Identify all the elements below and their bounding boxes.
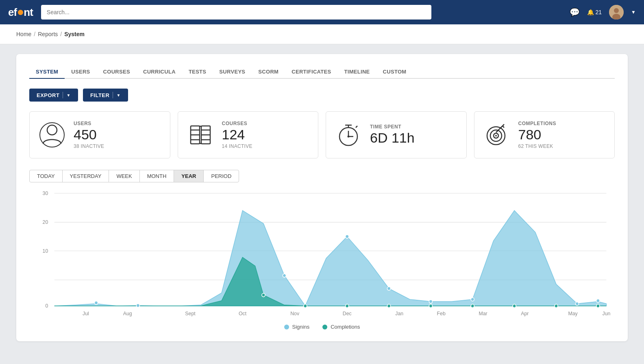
chart-container: 30 20 10 0 bbox=[29, 189, 615, 319]
breadcrumb-current: System bbox=[64, 31, 85, 37]
svg-text:Oct: Oct bbox=[239, 311, 247, 316]
chart-svg: 30 20 10 0 bbox=[29, 189, 615, 319]
stat-info-time: TIME SPENT 6D 11h bbox=[370, 124, 415, 145]
export-button[interactable]: EXPORT ▼ bbox=[29, 89, 78, 102]
svg-text:Dec: Dec bbox=[343, 311, 352, 316]
chart-legend: Signins Completions bbox=[29, 324, 615, 330]
search-input[interactable] bbox=[41, 5, 431, 20]
completions-dot bbox=[387, 304, 390, 308]
tab-scorm[interactable]: SCORM bbox=[252, 65, 285, 79]
breadcrumb-sep-1: / bbox=[34, 31, 35, 37]
report-card: SYSTEMUSERSCOURSESCURRICULATESTSSURVEYSS… bbox=[16, 54, 628, 341]
filter-label: FILTER bbox=[90, 92, 110, 98]
svg-text:Jun: Jun bbox=[602, 311, 610, 316]
notification-count: 21 bbox=[596, 9, 602, 15]
notifications-button[interactable]: 🔔 21 bbox=[587, 9, 602, 15]
tab-timeline[interactable]: TIMELINE bbox=[337, 65, 376, 79]
svg-text:20: 20 bbox=[43, 219, 48, 225]
export-caret[interactable]: ▼ bbox=[66, 93, 70, 98]
legend-label-completions: Completions bbox=[331, 324, 360, 330]
tab-tests[interactable]: TESTS bbox=[182, 65, 213, 79]
stat-label-time: TIME SPENT bbox=[370, 124, 415, 130]
breadcrumb-reports[interactable]: Reports bbox=[38, 31, 58, 37]
stat-card-time: TIME SPENT 6D 11h bbox=[326, 111, 467, 158]
svg-text:Jan: Jan bbox=[395, 311, 403, 316]
svg-text:Mar: Mar bbox=[479, 311, 487, 316]
tab-system[interactable]: SYSTEM bbox=[29, 65, 65, 79]
stat-sub-users: 38 INACTIVE bbox=[74, 143, 104, 149]
avatar[interactable] bbox=[609, 5, 624, 20]
stat-sub-courses: 14 INACTIVE bbox=[222, 143, 252, 149]
legend-item-signins: Signins bbox=[284, 324, 310, 330]
time-filter-week[interactable]: WEEK bbox=[109, 170, 139, 182]
completions-dot bbox=[513, 304, 516, 308]
stat-info-courses: COURSES 124 14 INACTIVE bbox=[222, 121, 252, 149]
breadcrumb-sep-2: / bbox=[60, 31, 62, 37]
svg-point-23 bbox=[495, 135, 497, 136]
time-filter-year[interactable]: YEAR bbox=[174, 170, 204, 182]
tab-surveys[interactable]: SURVEYS bbox=[213, 65, 252, 79]
stat-value-completions: 780 bbox=[518, 127, 557, 142]
toolbar: EXPORT ▼ FILTER ▼ bbox=[29, 89, 615, 102]
completions-dot bbox=[304, 304, 307, 308]
signins-area bbox=[54, 210, 607, 306]
stat-label-completions: COMPLETIONS bbox=[518, 121, 557, 126]
time-filter-period[interactable]: PERIOD bbox=[203, 170, 239, 182]
signins-dot bbox=[346, 235, 349, 238]
signins-dot bbox=[596, 299, 600, 303]
stat-value-time: 6D 11h bbox=[370, 130, 415, 145]
stat-value-courses: 124 bbox=[222, 127, 252, 142]
legend-dot-signins bbox=[284, 325, 289, 329]
svg-point-3 bbox=[47, 125, 57, 135]
svg-text:May: May bbox=[568, 311, 578, 316]
svg-point-16 bbox=[348, 136, 350, 138]
time-filter-month[interactable]: MONTH bbox=[139, 170, 174, 182]
signins-dot bbox=[283, 274, 286, 277]
completions-dot bbox=[471, 304, 474, 308]
tab-users[interactable]: USERS bbox=[65, 65, 96, 79]
legend-label-signins: Signins bbox=[292, 324, 310, 330]
legend-dot-completions bbox=[322, 325, 327, 329]
stat-value-users: 450 bbox=[74, 127, 104, 142]
bell-icon: 🔔 bbox=[587, 9, 594, 15]
logo[interactable]: ef●nt bbox=[8, 6, 33, 19]
avatar-image bbox=[609, 5, 624, 20]
completions-dot bbox=[262, 293, 265, 297]
time-filters: TODAYYESTERDAYWEEKMONTHYEARPERIOD bbox=[29, 170, 615, 182]
stat-card-users: USERS 450 38 INACTIVE bbox=[29, 111, 170, 158]
signins-dot bbox=[136, 304, 139, 308]
filter-caret[interactable]: ▼ bbox=[116, 93, 120, 98]
svg-text:10: 10 bbox=[43, 248, 48, 254]
svg-line-26 bbox=[503, 126, 504, 128]
signins-dot bbox=[575, 302, 579, 306]
completions-dot bbox=[555, 304, 558, 308]
completions-dot bbox=[429, 304, 432, 308]
stat-card-completions: COMPLETIONS 780 62 THIS WEEK bbox=[474, 111, 615, 158]
stat-label-users: USERS bbox=[74, 121, 104, 126]
header-right: 💬 🔔 21 ▼ bbox=[570, 5, 636, 20]
stat-info-users: USERS 450 38 INACTIVE bbox=[74, 121, 104, 149]
tab-certificates[interactable]: CERTIFICATES bbox=[285, 65, 337, 79]
breadcrumb-home[interactable]: Home bbox=[16, 31, 31, 37]
tab-curricula[interactable]: CURRICULA bbox=[137, 65, 182, 79]
user-icon bbox=[38, 121, 66, 149]
time-filter-today[interactable]: TODAY bbox=[29, 170, 63, 182]
svg-text:Nov: Nov bbox=[290, 311, 300, 316]
tab-courses[interactable]: COURSES bbox=[97, 65, 137, 79]
stat-info-completions: COMPLETIONS 780 62 THIS WEEK bbox=[518, 121, 557, 149]
completions-dot bbox=[596, 304, 600, 308]
export-label: EXPORT bbox=[37, 92, 59, 98]
svg-point-1 bbox=[614, 8, 619, 13]
user-menu-chevron[interactable]: ▼ bbox=[631, 9, 636, 15]
svg-text:Apr: Apr bbox=[521, 311, 529, 316]
signins-dot bbox=[387, 287, 390, 290]
filter-button[interactable]: FILTER ▼ bbox=[83, 89, 128, 102]
stat-label-courses: COURSES bbox=[222, 121, 252, 126]
tab-custom[interactable]: CUSTOM bbox=[376, 65, 413, 79]
message-icon[interactable]: 💬 bbox=[570, 7, 580, 17]
header: ef●nt 💬 🔔 21 ▼ bbox=[0, 0, 644, 24]
legend-item-completions: Completions bbox=[322, 324, 360, 330]
filter-divider bbox=[113, 92, 113, 98]
svg-line-19 bbox=[356, 126, 357, 128]
time-filter-yesterday[interactable]: YESTERDAY bbox=[62, 170, 109, 182]
